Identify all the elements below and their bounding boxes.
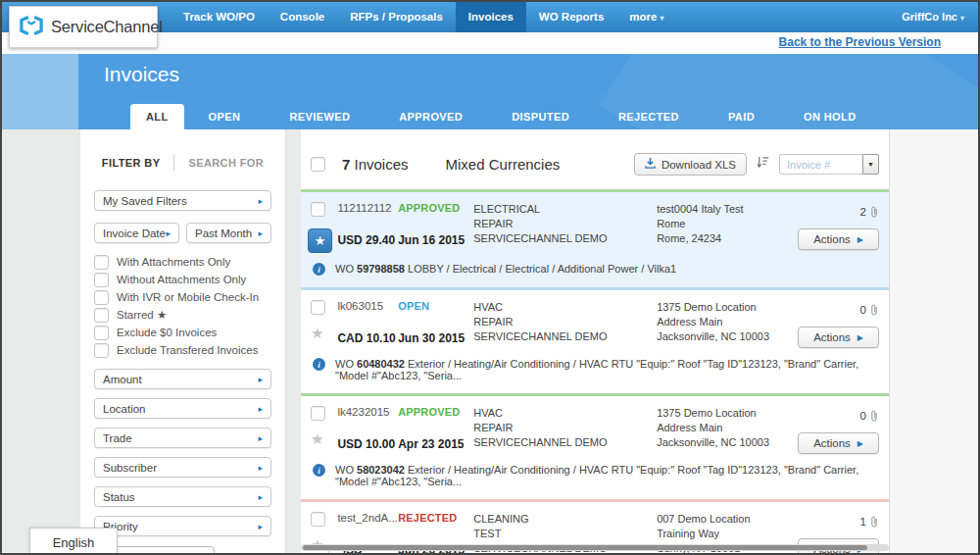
checkbox[interactable] [94, 343, 109, 358]
subscriber-dropdown[interactable]: Subscriber▸ [94, 457, 271, 478]
attachment-number: 2 [860, 206, 866, 218]
wo-number[interactable]: 58023042 [357, 464, 405, 476]
attachment-count[interactable]: 0 [860, 304, 879, 316]
wo-number[interactable]: 60480432 [357, 358, 405, 370]
tab-search-for[interactable]: SEARCH FOR [188, 157, 264, 169]
info-icon[interactable]: i [313, 358, 325, 371]
wo-prefix: WO [335, 464, 354, 476]
tab-reviewed[interactable]: REVIEWED [265, 104, 374, 129]
trade-line: HVAC [473, 406, 657, 421]
banner-accent-block [2, 54, 78, 129]
tab-paid[interactable]: PAID [704, 104, 779, 129]
attachment-count[interactable]: 0 [860, 410, 879, 422]
nav-item-rfps-proposals[interactable]: RFPs / Proposals [337, 2, 456, 32]
select-all-checkbox[interactable] [311, 157, 325, 172]
invoice-number[interactable]: test_2ndA... [337, 512, 398, 527]
row-checkbox[interactable] [311, 300, 325, 315]
info-icon[interactable]: i [313, 464, 325, 477]
star-toggle-off[interactable]: ★ [311, 327, 323, 340]
trade-dropdown[interactable]: Trade▸ [94, 428, 271, 448]
date-range-value: Past Month [195, 227, 252, 239]
saved-filters-dropdown[interactable]: My Saved Filters ▸ [94, 190, 271, 211]
brand-logo[interactable]: ServiceChannel [9, 6, 158, 48]
invoice-date-dropdown[interactable]: Invoice Date ▸ [94, 223, 179, 243]
edit-filters-link[interactable]: Edit Filters [224, 551, 271, 555]
invoice-number[interactable]: 112112112 [337, 202, 398, 217]
trade-info: ELECTRICAL REPAIR SERVICECHANNEL DEMO [473, 202, 657, 253]
tab-filter-by[interactable]: FILTER BY [102, 157, 161, 169]
info-icon[interactable]: i [313, 263, 325, 276]
checkbox[interactable] [94, 273, 109, 287]
tab-rejected[interactable]: REJECTED [594, 104, 704, 129]
tab-all[interactable]: ALL [130, 104, 184, 129]
trade-info: HVAC REPAIR SERVICECHANNEL DEMO [473, 406, 657, 454]
invoice-number-input[interactable] [779, 154, 862, 175]
filter-dropdowns: Amount▸ Location▸ Trade▸ Subscriber▸ Sta… [94, 369, 271, 536]
star-toggle-on[interactable]: ★ [308, 228, 332, 253]
amount-dropdown[interactable]: Amount▸ [94, 369, 271, 389]
nav-item-console[interactable]: Console [268, 2, 337, 32]
account-menu[interactable]: GriffCo Inc▾ [902, 2, 964, 32]
sort-icon[interactable] [756, 155, 770, 174]
status-badge: OPEN [398, 300, 429, 312]
tab-disputed[interactable]: DISPUTED [487, 104, 594, 129]
chevron-right-icon: ▶ [858, 439, 863, 448]
checkbox-ivr-mobile-checkin[interactable]: With IVR or Mobile Check-In [94, 290, 271, 304]
checkbox[interactable] [94, 308, 109, 323]
invoice-number[interactable]: lk4232015 [337, 406, 398, 421]
scrollbar-thumb[interactable] [303, 545, 867, 550]
dropdown-label: Subscriber [103, 462, 157, 474]
checkbox-with-attachments[interactable]: With Attachments Only [94, 255, 271, 269]
trade-line: SERVICECHANNEL DEMO [473, 231, 657, 246]
nav-item-wo-reports[interactable]: WO Reports [526, 2, 616, 32]
checkbox-label: Without Attachments Only [117, 274, 246, 285]
location-line: Rome, 24234 [657, 231, 798, 246]
attachment-count[interactable]: 2 [860, 206, 879, 218]
download-xls-button[interactable]: Download XLS [634, 153, 747, 176]
row-checkbox[interactable] [311, 202, 325, 217]
checkbox-label: With Attachments Only [117, 256, 230, 268]
checkbox[interactable] [94, 326, 109, 340]
invoice-list-panel: 7 Invoices Mixed Currencies Download XLS… [301, 129, 889, 553]
actions-button[interactable]: Actions ▶ [798, 327, 879, 348]
checkbox-without-attachments[interactable]: Without Attachments Only [94, 273, 271, 286]
tab-on-hold[interactable]: ON HOLD [779, 104, 881, 129]
row-checkbox[interactable] [311, 512, 325, 527]
language-selector[interactable]: English [29, 528, 118, 555]
priority-dropdown[interactable]: Priority▸ [94, 516, 271, 536]
status-dropdown[interactable]: Status▸ [94, 486, 271, 507]
language-label: English [53, 535, 95, 550]
invoice-date-row: Invoice Date ▸ Past Month ▸ [94, 223, 271, 243]
checkbox[interactable] [94, 255, 109, 270]
invoice-number[interactable]: lk063015 [337, 300, 398, 315]
actions-button[interactable]: Actions ▶ [798, 228, 879, 250]
actions-button[interactable]: Actions ▶ [798, 432, 879, 454]
checkbox-starred[interactable]: Starred ★ [94, 308, 271, 322]
select-dropdown-button[interactable]: ▼ [862, 154, 879, 175]
horizontal-scrollbar[interactable] [301, 544, 889, 551]
checkbox-exclude-transfered[interactable]: Exclude Transfered Invoices [94, 343, 271, 357]
checkbox-exclude-zero-invoices[interactable]: Exclude $0 Invoices [94, 326, 271, 339]
attachment-count[interactable]: 1 [860, 516, 879, 528]
invoice-amount: USD 10.00 [337, 437, 398, 451]
wo-description: Exterior / Heating/Air Conditioning / HV… [335, 464, 858, 487]
list-header-controls: Download XLS ▼ [634, 153, 879, 176]
tab-approved[interactable]: APPROVED [374, 104, 487, 129]
wo-number[interactable]: 59798858 [357, 263, 405, 275]
chevron-right-icon: ▶ [858, 235, 863, 244]
back-to-previous-version-link[interactable]: Back to the Previous Version [779, 35, 941, 49]
tab-open[interactable]: OPEN [184, 104, 266, 129]
checkbox[interactable] [94, 290, 109, 305]
row-checkbox[interactable] [311, 406, 325, 421]
nav-item-more[interactable]: more▾ [616, 2, 676, 32]
date-range-dropdown[interactable]: Past Month ▸ [186, 223, 271, 243]
paperclip-icon [869, 304, 879, 316]
nav-item-invoices[interactable]: Invoices [456, 2, 526, 32]
nav-item-track-wopo[interactable]: Track WO/PO [171, 2, 268, 32]
invoice-count: 7 Invoices [342, 156, 409, 173]
location-dropdown[interactable]: Location▸ [94, 398, 271, 419]
star-toggle-off[interactable]: ★ [311, 432, 323, 446]
chevron-right-icon: ▸ [166, 228, 171, 238]
list-header: 7 Invoices Mixed Currencies Download XLS… [301, 129, 889, 189]
location-line: 1375 Demo Location [657, 300, 798, 315]
